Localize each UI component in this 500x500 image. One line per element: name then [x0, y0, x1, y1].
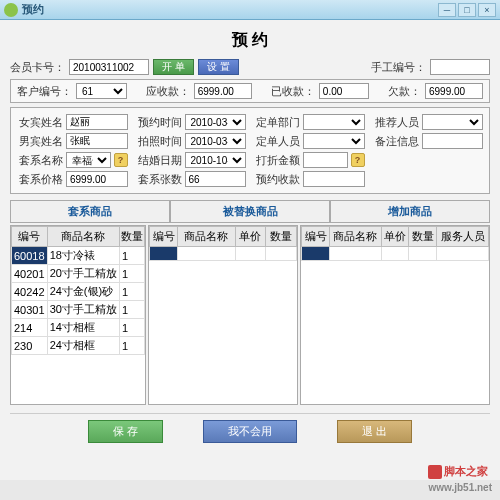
table-row — [150, 247, 297, 261]
appt-date[interactable]: 2010-03-11 — [185, 114, 247, 130]
col-name: 商品名称 — [330, 227, 382, 247]
package-table[interactable]: 编号 商品名称 数量 6001818寸冷裱14020120寸手工精放140242… — [10, 225, 146, 405]
close-button[interactable]: × — [478, 3, 496, 17]
col-name: 商品名称 — [178, 227, 236, 247]
col-svc: 服务人员 — [437, 227, 489, 247]
card-input[interactable] — [69, 59, 149, 75]
minimize-button[interactable]: ─ — [438, 3, 456, 17]
col-id: 编号 — [150, 227, 178, 247]
table-row[interactable]: 4020120寸手工精放1 — [12, 265, 145, 283]
manual-label: 手工编号： — [371, 60, 426, 75]
table-row[interactable]: 23024寸相框1 — [12, 337, 145, 355]
female-label: 女宾姓名 — [17, 115, 63, 130]
appt-label: 预约时间 — [136, 115, 182, 130]
col-price: 单价 — [235, 227, 266, 247]
window-title: 预约 — [22, 2, 438, 17]
pkg-select[interactable]: 幸福一生 — [66, 152, 111, 168]
col-qty: 数量 — [409, 227, 437, 247]
dept-label: 定单部门 — [254, 115, 300, 130]
save-button[interactable]: 保 存 — [88, 420, 163, 443]
dept-select[interactable] — [303, 114, 365, 130]
card-label: 会员卡号： — [10, 60, 65, 75]
tables-row: 编号 商品名称 数量 6001818寸冷裱14020120寸手工精放140242… — [10, 225, 490, 405]
paid-label: 已收款： — [271, 84, 315, 99]
rec-label: 推荐人员 — [373, 115, 419, 130]
main-panel: 预 约 会员卡号： 开 单 设 置 手工编号： 客户编号： 61 应收款： 已收… — [0, 20, 500, 480]
top-row: 会员卡号： 开 单 设 置 手工编号： — [10, 59, 490, 75]
tab-added[interactable]: 增加商品 — [330, 200, 490, 223]
watermark-icon — [428, 465, 442, 479]
wed-label: 结婚日期 — [136, 153, 182, 168]
table-row[interactable]: 4030130寸手工精放1 — [12, 301, 145, 319]
rec-select[interactable] — [422, 114, 484, 130]
staff-select[interactable] — [303, 133, 365, 149]
count-label: 套系张数 — [136, 172, 182, 187]
col-name: 商品名称 — [47, 227, 119, 247]
prepay-label: 预约收款 — [254, 172, 300, 187]
staff-label: 定单人员 — [254, 134, 300, 149]
open-order-button[interactable]: 开 单 — [153, 59, 194, 75]
col-qty: 数量 — [119, 227, 144, 247]
disc-label: 打折金额 — [254, 153, 300, 168]
help-button[interactable]: 我不会用 — [203, 420, 297, 443]
paid-input[interactable] — [319, 83, 369, 99]
footer-bar: 保 存 我不会用 退 出 — [10, 413, 490, 449]
help-icon[interactable]: ? — [351, 153, 365, 167]
exit-button[interactable]: 退 出 — [337, 420, 412, 443]
tab-replaced[interactable]: 被替换商品 — [170, 200, 330, 223]
page-title: 预 约 — [10, 26, 490, 59]
title-bar: 预约 ─ □ × — [0, 0, 500, 20]
recv-label: 应收款： — [146, 84, 190, 99]
pkg-label: 套系名称 — [17, 153, 63, 168]
count-input[interactable] — [185, 171, 247, 187]
photo-date[interactable]: 2010-03-15 — [185, 133, 247, 149]
remark-input[interactable] — [422, 133, 484, 149]
help-icon[interactable]: ? — [114, 153, 128, 167]
added-table[interactable]: 编号 商品名称 单价 数量 服务人员 — [300, 225, 490, 405]
owe-input[interactable] — [425, 83, 483, 99]
disc-input[interactable] — [303, 152, 348, 168]
tab-package[interactable]: 套系商品 — [10, 200, 170, 223]
prepay-input[interactable] — [303, 171, 365, 187]
table-row — [302, 247, 489, 261]
wed-date[interactable]: 2010-10-01 — [185, 152, 247, 168]
price-label: 套系价格 — [17, 172, 63, 187]
window-controls: ─ □ × — [438, 3, 496, 17]
table-row[interactable]: 21414寸相框1 — [12, 319, 145, 337]
manual-input[interactable] — [430, 59, 490, 75]
male-label: 男宾姓名 — [17, 134, 63, 149]
summary-bar: 客户编号： 61 应收款： 已收款： 欠款： — [10, 79, 490, 103]
photo-label: 拍照时间 — [136, 134, 182, 149]
form-panel: 女宾姓名 预约时间2010-03-11 定单部门 推荐人员 男宾姓名 拍照时间2… — [10, 107, 490, 194]
table-row[interactable]: 6001818寸冷裱1 — [12, 247, 145, 265]
settings-button[interactable]: 设 置 — [198, 59, 239, 75]
owe-label: 欠款： — [388, 84, 421, 99]
cust-select[interactable]: 61 — [76, 83, 127, 99]
col-qty: 数量 — [266, 227, 297, 247]
price-input[interactable] — [66, 171, 128, 187]
maximize-button[interactable]: □ — [458, 3, 476, 17]
male-input[interactable] — [66, 133, 128, 149]
col-price: 单价 — [381, 227, 409, 247]
app-icon — [4, 3, 18, 17]
remark-label: 备注信息 — [373, 134, 419, 149]
replaced-table[interactable]: 编号 商品名称 单价 数量 — [148, 225, 298, 405]
cust-label: 客户编号： — [17, 84, 72, 99]
col-id: 编号 — [302, 227, 330, 247]
recv-input[interactable] — [194, 83, 252, 99]
tabs-row: 套系商品 被替换商品 增加商品 — [10, 200, 490, 223]
female-input[interactable] — [66, 114, 128, 130]
col-id: 编号 — [12, 227, 48, 247]
table-row[interactable]: 4024224寸金(银)砂1 — [12, 283, 145, 301]
watermark: 脚本之家 www.jb51.net — [428, 463, 492, 494]
